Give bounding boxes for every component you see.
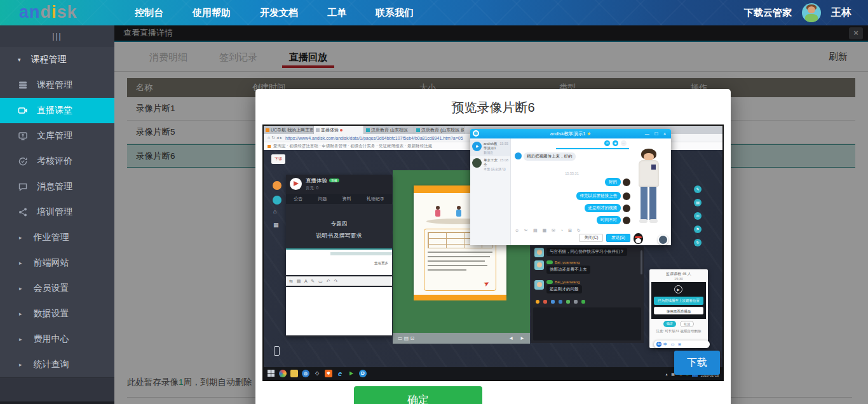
sidebar-group-frontend-site[interactable]: ▸前端网站 [0, 250, 114, 276]
red-arrow-annotation: ➤ [482, 279, 491, 289]
contact-time: 15:55 [499, 142, 508, 151]
monitor-header: 监课课程 45 人 [649, 269, 708, 277]
topic-line1: 专题四 [286, 220, 392, 228]
pinwheel-app-icon [279, 370, 287, 377]
monitor-time: 15:30 [649, 277, 708, 281]
favicon [266, 128, 269, 132]
user-avatar[interactable] [802, 3, 821, 22]
qq-window-icon [473, 130, 479, 137]
live-title-text: 直播体验 [306, 177, 327, 184]
chat-send-button: 发送(S) [606, 234, 630, 242]
library-upload-icon [18, 131, 28, 141]
sender-name: Bai_yuanwang [555, 280, 580, 284]
live-window-card: 查看更多 [286, 248, 392, 275]
self-avatar [623, 178, 630, 186]
live-tab: 礼物记录 [367, 196, 384, 202]
sidebar-group-label: 作业管理 [34, 232, 69, 243]
contact-name: 单水工安全 [484, 158, 499, 167]
emoji-icon [536, 300, 539, 304]
sidebar-item-label: 考核评价 [37, 156, 72, 167]
sidebar-group-homework[interactable]: ▸作业管理 [0, 225, 114, 250]
file-icon [574, 300, 578, 304]
download-recording-button[interactable]: 下载 [674, 351, 720, 375]
ime-logo-icon: du [656, 342, 661, 347]
mini-whiteboard [286, 287, 392, 335]
board-tool-icon: ▤ [694, 199, 702, 206]
gift-icon [543, 300, 547, 304]
sidebar-group-label: 费用中心 [34, 333, 69, 345]
card-more-text: 查看更多 [374, 261, 388, 266]
contact-name: andisk教学演示1 [484, 142, 499, 151]
menu-item-help[interactable]: 使用帮助 [193, 7, 231, 19]
tab-label: 汉唐教育 (山东校区 财… [421, 127, 465, 133]
sidebar-group-statistics[interactable]: ▸统计查询 [0, 352, 114, 377]
monitor-note: 注意: 时长较31 视频自动删除 [649, 329, 708, 333]
page-orange-strip [414, 295, 506, 300]
pen-tool-icon: ✎ [694, 185, 702, 193]
sidebar-item-label: 直播课堂 [37, 105, 72, 116]
menu-item-console[interactable]: 控制台 [135, 7, 163, 19]
chat-sender: Bai_yuanwang [546, 260, 590, 264]
sidebar-item-course-management[interactable]: 课程管理 [0, 72, 114, 98]
qq-window-title: andisk教学演示1 ★ [470, 129, 671, 138]
sidebar-group-course-management[interactable]: ▾ 课程管理 [0, 47, 114, 72]
logo-part: sk [57, 3, 78, 22]
outgoing-bubble: 好的 [605, 178, 621, 186]
sidebar-item-message-management[interactable]: 消息管理 [0, 174, 114, 199]
sidebar-group-member-settings[interactable]: ▸会员设置 [0, 276, 114, 301]
sidebar-item-assessment[interactable]: 考核评价 [0, 149, 114, 174]
sidebar-group-label: 前端网站 [34, 257, 69, 269]
favicon [316, 128, 320, 132]
incoming-message: 稍后把视频传上来，好的 [515, 152, 576, 161]
page-tool-rail: ✎ ▤ ✉ ⚑ ↻ [694, 185, 702, 246]
image-icon [551, 300, 555, 304]
message-icon [18, 182, 28, 192]
flag-tool-icon: ⚑ [694, 226, 702, 233]
andisk-logo[interactable]: andisk [19, 3, 78, 22]
sidebar-item-live-classroom[interactable]: 直播课堂 [0, 98, 114, 123]
sidebar-group-billing-center[interactable]: ▸费用中心 [0, 327, 114, 352]
ime-toolbar: du 中 ▭ ⊞ [654, 340, 710, 348]
sidebar-item-label: 文库管理 [37, 130, 72, 142]
outgoing-message: 好的 [605, 178, 630, 186]
screenshot-icon [559, 300, 562, 304]
player-app-icon: ▶ [348, 370, 355, 377]
contact-avatar [472, 158, 482, 168]
menu-item-contact[interactable]: 联系我们 [376, 7, 414, 19]
sidebar-item-training-management[interactable]: 培训管理 [0, 199, 114, 225]
arrow-right-icon: ► [520, 335, 525, 341]
preview-browser-tab: UC导航 我的上网主页 [264, 126, 314, 134]
chat-tools-icons: ☺ ✂ ▤ ▦ ✉ ◔ ⊞ ↻ [515, 228, 583, 233]
outgoing-bubble: 时间不对 [597, 216, 621, 224]
menu-item-devdocs[interactable]: 开发文档 [260, 7, 298, 19]
sidebar-item-library-management[interactable]: 文库管理 [0, 123, 114, 149]
sidebar-collapse-button[interactable]: ||| [0, 25, 114, 47]
tab-label: 直播体验 [321, 127, 339, 133]
live-lesson-window: 直播体验直播 贡元: 0 公告 问题 资料 礼物记录 专题四 说明书及撰写要求 … [286, 175, 392, 337]
sidebar-group-label: 数据设置 [34, 308, 69, 320]
sidebar-group-label: 统计查询 [34, 359, 69, 370]
play-icon: ▶ [674, 285, 682, 293]
windows-taskbar: ◍ ◇ ✱ e ▶ D ▴ ▦ 中 15:572016-01-16 [264, 367, 722, 380]
quality-button: 使用原画质播放 [654, 307, 703, 314]
live-window-tabs: 公告 问题 资料 礼物记录 [286, 194, 392, 204]
chat-message: Bai_yuanwang他那边还是看不上去 [534, 260, 590, 274]
sidebar-group-data-settings[interactable]: ▸数据设置 [0, 301, 114, 327]
globe-app-icon: ◍ [302, 370, 309, 377]
caret-right-icon: ▸ [19, 311, 22, 317]
download-cloud-manager-link[interactable]: 下载云管家 [744, 7, 792, 19]
tab-label: 汉唐教育 山东校区 [371, 127, 408, 133]
editor-toolbar-icons: ⇆ ▤ A ✎ ▭ ↶ ↷ [286, 276, 392, 286]
avatar-face [808, 6, 815, 13]
card-band [330, 252, 392, 255]
contact-avatar [472, 142, 482, 151]
username[interactable]: 王林 [831, 6, 851, 20]
photo-pocket [651, 165, 656, 170]
outgoing-message: 时间不对 [597, 216, 630, 224]
person-photo [630, 149, 667, 229]
monitor-chips: 确定 取消 [649, 321, 708, 327]
menu-item-tickets[interactable]: 工单 [327, 7, 346, 19]
refresh-tool-icon: ↻ [694, 239, 702, 246]
confirm-button[interactable]: 确定 [354, 386, 482, 404]
chat-avatar [534, 248, 544, 257]
